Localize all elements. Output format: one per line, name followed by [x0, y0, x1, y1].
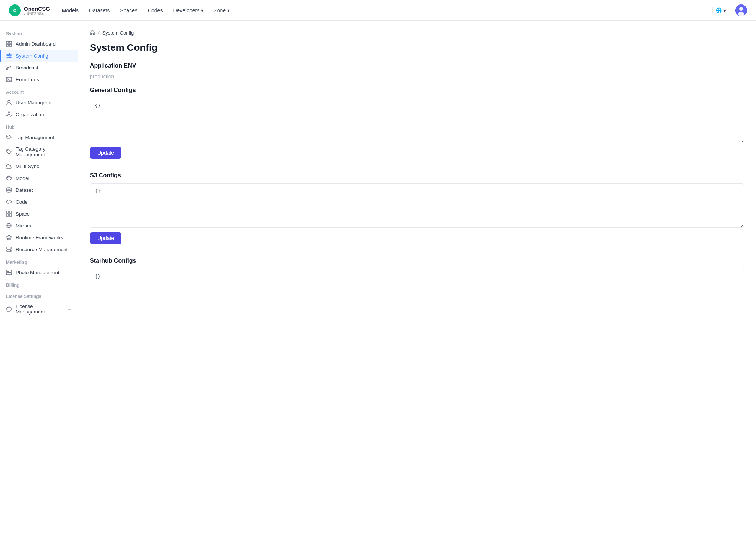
s3-configs-update-button[interactable]: Update	[90, 232, 121, 244]
logo-icon	[9, 4, 21, 16]
breadcrumb-home[interactable]	[90, 30, 95, 36]
sidebar-item-dataset[interactable]: Dataset	[0, 184, 78, 196]
logo[interactable]: OpenCSG 开放智算社区	[9, 4, 50, 16]
sidebar-label-space: Space	[16, 211, 30, 217]
svg-point-27	[7, 150, 8, 151]
sidebar-item-code[interactable]: Code	[0, 196, 78, 208]
chevron-down-icon: ▾	[723, 7, 726, 13]
nav-zone[interactable]: Zone ▾	[214, 7, 230, 13]
main-content: / System Config System Config Applicatio…	[78, 21, 756, 555]
svg-rect-9	[9, 44, 12, 46]
nav-models[interactable]: Models	[62, 7, 79, 13]
svg-rect-16	[6, 69, 8, 70]
svg-line-25	[9, 114, 11, 115]
sidebar-item-admin-dashboard[interactable]: Admin Dashboard	[0, 38, 78, 50]
nav-right: 🌐 ▾	[712, 4, 747, 16]
sidebar-label-organization: Organization	[16, 112, 44, 117]
general-configs-update-button[interactable]: Update	[90, 147, 121, 159]
grid2-icon	[6, 211, 12, 217]
general-configs-section: General Configs {} Update	[90, 87, 744, 169]
svg-point-22	[10, 115, 12, 116]
starhub-configs-textarea[interactable]: {}	[90, 269, 744, 313]
sliders-icon	[6, 53, 12, 59]
sidebar-item-license-management[interactable]: License Management ←	[0, 301, 78, 318]
sidebar-section-license: License Settings	[0, 289, 78, 301]
code-icon	[6, 199, 12, 205]
svg-rect-6	[6, 41, 9, 43]
sidebar-item-broadcast[interactable]: Broadcast	[0, 62, 78, 73]
sidebar: System Admin Dashboard	[0, 21, 78, 555]
sidebar-item-system-config[interactable]: System Config	[0, 50, 78, 62]
sidebar-item-runtime-frameworks[interactable]: Runtime Frameworks	[0, 231, 78, 243]
sidebar-item-error-logs[interactable]: Error Logs	[0, 73, 78, 85]
chevron-down-icon: ▾	[227, 7, 230, 13]
cloud-icon	[6, 163, 12, 169]
sidebar-label-system-config: System Config	[16, 53, 48, 59]
breadcrumb-current: System Config	[102, 30, 134, 36]
general-configs-title: General Configs	[90, 87, 744, 93]
sidebar-item-tag-management[interactable]: Tag Management	[0, 131, 78, 143]
svg-point-2	[14, 10, 16, 11]
s3-configs-textarea[interactable]: {}	[90, 183, 744, 228]
svg-rect-17	[6, 77, 12, 82]
top-nav: OpenCSG 开放智算社区 Models Datasets Spaces Co…	[0, 0, 756, 21]
sidebar-item-mirrors[interactable]: Mirrors	[0, 220, 78, 231]
svg-rect-36	[9, 214, 12, 216]
sidebar-label-runtime-frameworks: Runtime Frameworks	[16, 235, 63, 240]
sidebar-item-photo-management[interactable]: Photo Management	[0, 266, 78, 278]
layers-icon	[6, 234, 12, 240]
svg-point-19	[8, 100, 10, 102]
svg-point-5	[738, 12, 744, 16]
sidebar-item-space[interactable]: Space	[0, 208, 78, 220]
svg-point-43	[10, 250, 11, 251]
grid-icon	[6, 41, 12, 47]
sidebar-item-organization[interactable]: Organization	[0, 108, 78, 120]
sidebar-section-billing: Billing	[0, 278, 78, 289]
sidebar-label-photo-management: Photo Management	[16, 270, 59, 275]
sidebar-item-model[interactable]: Model	[0, 172, 78, 184]
nav-codes[interactable]: Codes	[148, 7, 163, 13]
svg-rect-8	[6, 44, 9, 46]
layout: System Admin Dashboard	[0, 21, 756, 555]
tag-category-icon	[6, 149, 12, 155]
sidebar-label-mirrors: Mirrors	[16, 223, 31, 229]
language-selector[interactable]: 🌐 ▾	[712, 6, 729, 15]
broadcast-icon	[6, 65, 12, 70]
sidebar-item-tag-category[interactable]: Tag Category Management	[0, 143, 78, 160]
database-icon	[6, 187, 12, 193]
org-icon	[6, 111, 12, 117]
logo-name: OpenCSG	[24, 6, 50, 12]
sidebar-section-hub: Hub	[0, 120, 78, 131]
svg-rect-7	[9, 41, 12, 43]
svg-point-21	[6, 115, 8, 116]
sidebar-item-user-management[interactable]: User Management	[0, 96, 78, 108]
chevron-down-icon: ▾	[201, 7, 203, 13]
sidebar-item-resource-management[interactable]: Resource Management	[0, 243, 78, 255]
sidebar-label-tag-management: Tag Management	[16, 135, 54, 140]
svg-line-32	[9, 200, 9, 204]
tag-icon	[6, 134, 12, 140]
nav-spaces[interactable]: Spaces	[120, 7, 137, 13]
collapse-icon[interactable]: ←	[67, 306, 72, 312]
svg-line-30	[9, 177, 11, 178]
nav-datasets[interactable]: Datasets	[89, 7, 110, 13]
globe-icon: 🌐	[716, 7, 722, 13]
sidebar-label-error-logs: Error Logs	[16, 77, 39, 82]
sidebar-item-multi-sync[interactable]: Multi-Sync	[0, 160, 78, 172]
sidebar-label-tag-category: Tag Category Management	[16, 146, 72, 157]
general-configs-textarea[interactable]: {}	[90, 98, 744, 142]
sidebar-section-system: System	[0, 27, 78, 38]
s3-configs-title: S3 Configs	[90, 172, 744, 179]
svg-point-4	[739, 7, 743, 11]
svg-point-13	[7, 55, 9, 56]
svg-line-29	[7, 177, 9, 178]
svg-point-15	[9, 56, 11, 58]
svg-point-11	[9, 53, 10, 55]
sidebar-label-admin-dashboard: Admin Dashboard	[16, 41, 56, 47]
svg-point-42	[10, 248, 11, 249]
svg-rect-35	[6, 214, 9, 216]
image-icon	[6, 269, 12, 275]
nav-developers[interactable]: Developers ▾	[173, 7, 203, 13]
avatar[interactable]	[735, 4, 747, 16]
server-icon	[6, 246, 12, 252]
